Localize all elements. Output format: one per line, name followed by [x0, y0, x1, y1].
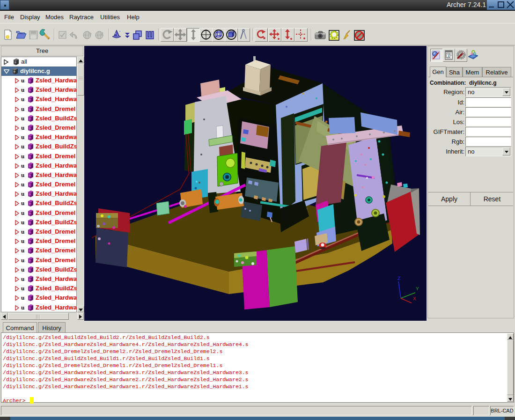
svg-text:Y: Y [416, 286, 419, 292]
svg-text:Z: Z [397, 276, 401, 281]
svg-text:T: T [447, 53, 450, 58]
svg-text:X: X [413, 296, 416, 302]
